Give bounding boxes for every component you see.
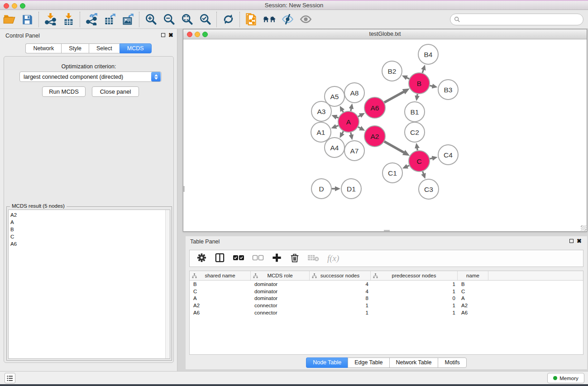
cell-predecessor-nodes[interactable]: 1 [371,310,458,315]
zoom-window-button[interactable] [20,3,25,9]
cell-shared-name[interactable]: C [190,289,251,294]
tab-network-table[interactable]: Network Table [389,357,438,368]
column-header-name[interactable]: name [458,271,488,280]
criterion-dropdown[interactable]: largest connected component (directed) [19,71,162,82]
import-network-button[interactable] [41,11,59,28]
tab-style[interactable]: Style [61,43,89,53]
function-builder-button[interactable]: f(x) [327,253,339,263]
edge-C-C2[interactable] [417,148,417,151]
cell-name[interactable]: A6 [458,310,488,315]
edge-A-A1[interactable] [336,126,339,127]
edge-B-B1[interactable] [417,94,418,96]
result-item[interactable]: A6 [9,240,170,248]
cell-name[interactable]: C [458,289,488,294]
edge-C-C1[interactable] [407,166,409,167]
table-row[interactable]: Bdominator41B [190,281,583,288]
show-column-button[interactable] [215,253,225,265]
minimize-window-button[interactable] [12,3,17,9]
vertical-scroll-indicator[interactable] [183,186,185,192]
tab-edge-table[interactable]: Edge Table [348,357,389,368]
table-row[interactable]: A2connector11A2 [190,302,583,309]
export-image-button[interactable] [119,11,137,28]
graph-node-B4[interactable]: B4 [418,44,438,64]
import-table-button[interactable] [59,11,77,28]
delete-table-button[interactable] [307,253,320,264]
edge-C-C3[interactable] [423,172,424,174]
edge-C-C4[interactable] [430,158,432,159]
close-table-panel-icon[interactable]: ✖ [577,239,582,243]
graph-node-A8[interactable]: A8 [344,83,364,103]
first-neighbors-button[interactable] [260,11,278,28]
cell-name[interactable]: B [458,281,488,287]
cell-MCDS-role[interactable]: connector [251,303,310,308]
graph-node-B[interactable]: B [409,73,430,94]
cell-successor-nodes[interactable]: 1 [310,310,371,315]
cell-name[interactable]: A [458,295,488,301]
cell-shared-name[interactable]: B [190,281,251,287]
new-network-from-selection-button[interactable] [242,11,260,28]
cell-shared-name[interactable]: A [190,295,251,301]
cell-MCDS-role[interactable]: dominator [251,295,310,301]
tab-node-table[interactable]: Node Table [306,357,348,368]
task-history-button[interactable] [5,373,15,383]
cell-shared-name[interactable]: A2 [190,303,251,308]
graph-node-B1[interactable]: B1 [405,102,425,122]
table-settings-button[interactable] [196,253,207,265]
cell-name[interactable]: A2 [458,303,488,308]
hide-selected-button[interactable] [278,11,296,28]
result-item[interactable]: A2 [9,210,170,219]
zoom-fit-button[interactable] [178,11,196,28]
result-item[interactable]: C [9,233,170,240]
column-header-MCDS-role[interactable]: MCDS role [251,271,310,280]
cell-predecessor-nodes[interactable]: 1 [371,289,458,294]
deselect-all-button[interactable] [252,254,264,263]
memory-button[interactable]: Memory [547,373,584,383]
minimize-network-button[interactable] [195,32,200,37]
run-mcds-button[interactable]: Run MCDS [42,86,86,97]
search-field[interactable] [450,14,583,25]
add-row-button[interactable] [272,253,282,265]
graph-node-B3[interactable]: B3 [438,80,458,100]
export-network-button[interactable] [82,11,100,28]
table-row[interactable]: A6connector11A6 [190,309,583,316]
edge-A2-C[interactable] [384,142,404,153]
cell-shared-name[interactable]: A6 [190,310,251,315]
result-item[interactable]: B [9,226,170,233]
horizontal-scroll-indicator[interactable] [384,230,390,231]
edge-A-A7[interactable] [351,133,351,135]
tab-mcds[interactable]: MCDS [120,43,152,53]
column-header-successor-nodes[interactable]: successor nodes [310,271,371,280]
result-item[interactable]: A [9,219,170,226]
graph-node-C4[interactable]: C4 [438,145,458,165]
float-panel-icon[interactable] [161,33,165,37]
graph-node-A2[interactable]: A2 [364,126,385,147]
zoom-out-button[interactable] [160,11,178,28]
edge-A-A5[interactable] [342,110,343,112]
edge-A-A6[interactable] [358,115,360,117]
graph-node-C[interactable]: C [409,151,430,172]
zoom-network-button[interactable] [202,32,208,37]
graph-node-A3[interactable]: A3 [311,101,331,121]
open-session-button[interactable] [0,11,18,28]
network-graph-canvas[interactable]: B4B2BB3A8A5A6A3B1AA1C2A2A4A7C4CC1C3DD1 [183,39,587,231]
table-row[interactable]: Cdominator41C [190,288,583,295]
network-window-titlebar[interactable]: testGlobe.txt [183,29,587,39]
graph-node-A4[interactable]: A4 [325,138,344,157]
float-table-panel-icon[interactable] [569,239,574,243]
cell-MCDS-role[interactable]: dominator [251,289,310,294]
table-row[interactable]: Adominator80A [190,295,583,302]
cell-successor-nodes[interactable]: 4 [310,289,371,294]
zoom-selected-button[interactable] [196,11,214,28]
edge-A6-B[interactable] [384,91,404,102]
refresh-view-button[interactable] [219,11,237,28]
graph-node-A[interactable]: A [338,111,359,132]
column-header-shared-name[interactable]: shared name [190,271,251,280]
cell-predecessor-nodes[interactable]: 1 [371,303,458,308]
cell-successor-nodes[interactable]: 8 [310,295,371,301]
edge-B-B4[interactable] [422,69,423,73]
cell-successor-nodes[interactable]: 4 [310,281,371,287]
select-all-button[interactable] [233,254,244,263]
edge-A-A2[interactable] [358,127,361,129]
edge-B-B3[interactable] [430,86,432,86]
graph-node-D1[interactable]: D1 [341,179,361,199]
